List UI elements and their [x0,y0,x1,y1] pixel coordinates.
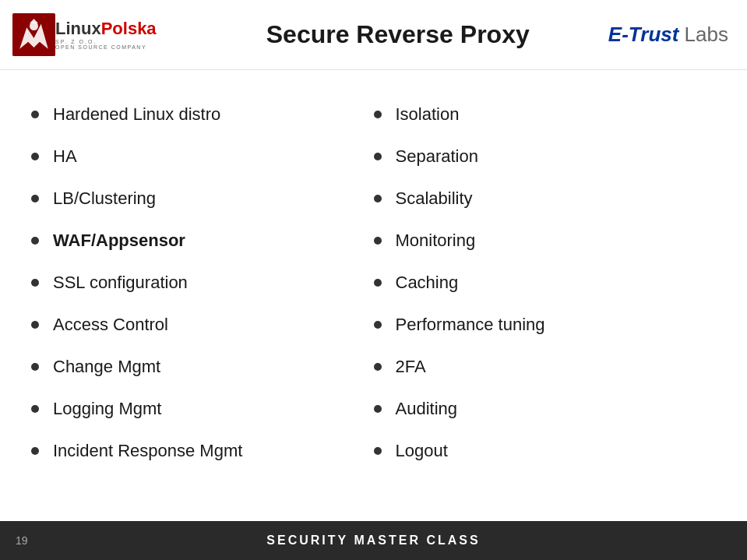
logo-linux-text: LinuxPolska [55,20,157,37]
etrust-logo: E-Trust Labs [608,23,728,47]
footer-title: SECURITY MASTER CLASS [266,534,480,548]
page-number: 19 [16,534,28,547]
right-list-item: Caching [374,262,717,304]
right-item-label: Scalability [396,188,473,209]
logo-sub1: SP. Z O.O. [55,39,157,44]
right-list-item: Separation [374,136,717,178]
right-item-label: Separation [396,146,478,167]
etrust-brand: E-Trust [608,23,679,46]
left-item-label: HA [53,146,77,167]
right-list-item: 2FA [374,346,717,388]
main-content: Hardened Linux distroHALB/ClusteringWAF/… [0,70,747,521]
right-list-item: Performance tuning [374,304,717,346]
bullet-icon [374,237,382,245]
etrust-labs: Labs [678,23,728,46]
bullet-icon [374,363,382,371]
left-item-label: Logging Mgmt [53,399,161,419]
right-list-item: Isolation [374,93,717,136]
left-column: Hardened Linux distroHALB/ClusteringWAF/… [31,93,374,505]
left-item-label: Hardened Linux distro [53,104,220,125]
right-list-item: Scalability [374,178,717,220]
left-list-item: Change Mgmt [31,346,374,388]
bullet-icon [31,321,39,329]
right-list-item: Monitoring [374,220,717,262]
right-item-label: 2FA [396,357,426,377]
right-list-item: Logout [374,430,717,472]
bullet-icon [374,195,382,203]
right-item-label: Caching [396,273,459,293]
left-list-item: Access Control [31,304,374,346]
left-item-label: Change Mgmt [53,357,160,377]
bullet-icon [374,321,382,329]
linuxpolska-logo: LinuxPolska SP. Z O.O. OPEN SOURCE COMPA… [12,13,157,56]
left-list-item: Incident Response Mgmt [31,430,374,472]
left-item-label: SSL configuration [53,273,188,293]
left-item-label: Access Control [53,315,168,335]
bullet-icon [31,447,39,455]
bullet-icon [374,279,382,287]
left-list-item: WAF/Appsensor [31,220,374,262]
left-list-item: Logging Mgmt [31,388,374,430]
bullet-icon [374,153,382,160]
left-list-item: Hardened Linux distro [31,93,374,136]
logo-text: LinuxPolska SP. Z O.O. OPEN SOURCE COMPA… [55,20,157,50]
page-title: Secure Reverse Proxy [188,20,608,49]
bullet-icon [31,405,39,413]
right-list-item: Auditing [374,388,717,430]
bullet-icon [31,111,39,118]
bullet-icon [31,237,39,245]
logo-sub2: OPEN SOURCE COMPANY [55,44,157,50]
right-item-label: Auditing [396,399,458,419]
right-item-label: Logout [396,441,448,461]
right-column: IsolationSeparationScalabilityMonitoring… [374,93,717,505]
left-list-item: HA [31,136,374,178]
bullet-icon [31,363,39,371]
bullet-icon [31,195,39,203]
left-item-label: WAF/Appsensor [53,231,185,251]
right-item-label: Monitoring [396,231,476,251]
left-item-label: LB/Clustering [53,188,156,209]
bullet-icon [374,405,382,413]
bullet-icon [374,447,382,455]
bullet-icon [374,111,382,118]
bullet-icon [31,153,39,160]
footer: 19 SECURITY MASTER CLASS [0,521,747,560]
left-list-item: SSL configuration [31,262,374,304]
logo-icon [12,13,55,56]
bullet-icon [31,279,39,287]
right-item-label: Isolation [396,104,460,125]
header: LinuxPolska SP. Z O.O. OPEN SOURCE COMPA… [0,0,747,70]
left-list-item: LB/Clustering [31,178,374,220]
left-item-label: Incident Response Mgmt [53,441,242,461]
right-item-label: Performance tuning [396,315,545,335]
